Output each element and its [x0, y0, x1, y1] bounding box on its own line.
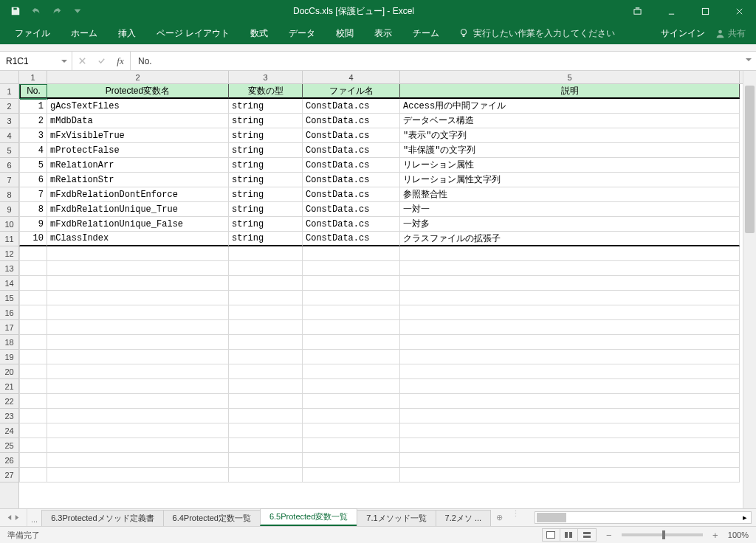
cell[interactable]	[303, 394, 400, 409]
cell[interactable]	[400, 453, 740, 468]
cell[interactable]	[19, 291, 47, 305]
row-header[interactable]: 19	[0, 350, 18, 364]
cell[interactable]: 9	[19, 217, 47, 232]
row-header[interactable]: 25	[0, 438, 18, 453]
vertical-scrollbar[interactable]	[743, 71, 756, 508]
page-break-view-button[interactable]	[578, 529, 596, 541]
cell[interactable]	[47, 276, 229, 291]
cell[interactable]	[19, 423, 47, 438]
cell[interactable]: 10	[19, 232, 47, 246]
cell[interactable]: "非保護"の文字列	[400, 143, 740, 158]
cell[interactable]	[47, 246, 229, 261]
cell[interactable]	[400, 276, 740, 291]
row-header[interactable]: 8	[0, 187, 18, 202]
cell[interactable]	[47, 320, 229, 335]
cell[interactable]	[19, 468, 47, 483]
row-header[interactable]: 17	[0, 320, 18, 335]
cell[interactable]: ConstData.cs	[303, 99, 400, 114]
column-header[interactable]: 2	[47, 71, 229, 83]
cell[interactable]	[229, 409, 303, 423]
zoom-in-button[interactable]: +	[710, 530, 721, 540]
cell[interactable]: ConstData.cs	[303, 202, 400, 217]
row-header[interactable]: 4	[0, 128, 18, 143]
cell[interactable]: 4	[19, 143, 47, 158]
cell[interactable]: 変数の型	[229, 84, 303, 99]
cell[interactable]	[400, 305, 740, 320]
cell[interactable]	[400, 379, 740, 394]
cell[interactable]	[400, 246, 740, 261]
cell[interactable]	[47, 261, 229, 276]
cell[interactable]: ConstData.cs	[303, 232, 400, 246]
cell[interactable]: mRelationArr	[47, 158, 229, 173]
sheet-tab[interactable]: 6.5Protected変数一覧	[260, 508, 357, 526]
tab-home[interactable]: ホーム	[61, 22, 108, 44]
nav-first-icon[interactable]	[6, 514, 13, 521]
formula-input[interactable]: No.	[131, 52, 741, 70]
cell[interactable]	[47, 394, 229, 409]
name-box[interactable]: R1C1	[0, 52, 72, 70]
zoom-out-button[interactable]: −	[604, 530, 614, 540]
qat-customize-dropdown[interactable]	[68, 1, 87, 21]
save-button[interactable]	[6, 1, 25, 21]
undo-button[interactable]	[27, 1, 46, 21]
cell[interactable]	[19, 276, 47, 291]
sheet-tab[interactable]: ...	[27, 513, 42, 526]
cell[interactable]	[400, 409, 740, 423]
cell[interactable]	[47, 364, 229, 379]
cell[interactable]	[303, 364, 400, 379]
cell[interactable]	[400, 364, 740, 379]
cell[interactable]: mFxdbRelationDontEnforce	[47, 187, 229, 202]
tab-view[interactable]: 表示	[364, 22, 402, 44]
row-header[interactable]: 10	[0, 217, 18, 232]
cell[interactable]	[303, 276, 400, 291]
cell[interactable]: mFxdbRelationUnique_True	[47, 202, 229, 217]
cell[interactable]	[19, 438, 47, 453]
sheet-tab[interactable]: 7.1メソッド一覧	[357, 510, 436, 526]
column-header[interactable]: 3	[229, 71, 303, 83]
tab-formulas[interactable]: 数式	[240, 22, 278, 44]
cell[interactable]: mMdbData	[47, 114, 229, 128]
row-header[interactable]: 20	[0, 364, 18, 379]
cell[interactable]: リレーション属性文字列	[400, 173, 740, 187]
insert-function-button[interactable]: fx	[111, 55, 130, 67]
cell[interactable]	[19, 394, 47, 409]
cell[interactable]	[400, 261, 740, 276]
cell[interactable]	[47, 350, 229, 364]
horizontal-scrollbar[interactable]: ◂ ▸	[535, 511, 752, 524]
cell-grid[interactable]: No.Protected変数名変数の型ファイル名説明1gAcsTextFiles…	[19, 84, 743, 508]
cell[interactable]	[400, 468, 740, 483]
cell[interactable]: 2	[19, 114, 47, 128]
tab-data[interactable]: データ	[278, 22, 326, 44]
row-header[interactable]: 24	[0, 423, 18, 438]
cell[interactable]: 8	[19, 202, 47, 217]
cell[interactable]: 説明	[400, 84, 740, 99]
cell[interactable]: 一対一	[400, 202, 740, 217]
row-header[interactable]: 27	[0, 468, 18, 483]
column-header[interactable]: 5	[400, 71, 740, 83]
cell[interactable]	[303, 379, 400, 394]
cell[interactable]	[47, 409, 229, 423]
cell[interactable]	[229, 320, 303, 335]
cell[interactable]: mProtectFalse	[47, 143, 229, 158]
cell[interactable]	[47, 335, 229, 350]
cell[interactable]: No.	[19, 84, 47, 99]
column-header[interactable]: 1	[19, 71, 47, 83]
cell[interactable]: string	[229, 232, 303, 246]
cell[interactable]: データベース構造	[400, 114, 740, 128]
cell[interactable]	[229, 276, 303, 291]
add-sheet-button[interactable]: ⊕	[491, 509, 507, 526]
cell[interactable]	[303, 350, 400, 364]
cell[interactable]: string	[229, 158, 303, 173]
cell[interactable]	[303, 453, 400, 468]
enter-formula-button[interactable]	[92, 56, 111, 66]
nav-next-icon[interactable]	[14, 514, 21, 521]
row-header[interactable]: 11	[0, 232, 18, 246]
cell[interactable]	[229, 291, 303, 305]
cell[interactable]: Access用の中間ファイル	[400, 99, 740, 114]
sheet-tab[interactable]: 7.2メソ ...	[436, 510, 492, 526]
cell[interactable]: 5	[19, 158, 47, 173]
cell[interactable]: ファイル名	[303, 84, 400, 99]
row-header[interactable]: 21	[0, 379, 18, 394]
ribbon-display-button[interactable]	[620, 0, 654, 22]
cell[interactable]	[229, 350, 303, 364]
